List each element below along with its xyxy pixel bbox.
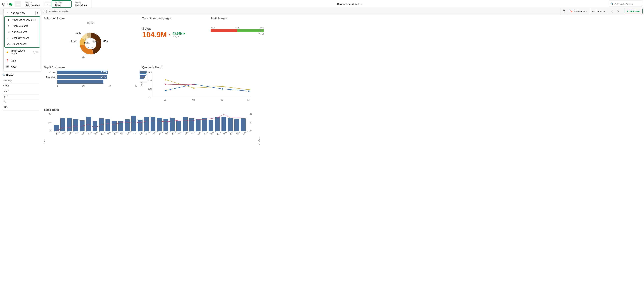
pencil-icon: ✎ xyxy=(627,10,628,13)
tab-narrate-small: Narrate xyxy=(75,2,88,4)
kpi-total-sales-margin[interactable]: Total Sales and Margin Sales 104.9M ▾ 43… xyxy=(142,17,206,62)
svg-text:12M: 12M xyxy=(148,80,152,82)
menu-touch-label: Touch screen mode xyxy=(11,49,31,55)
chevron-down-icon: ▾ xyxy=(361,3,362,5)
menu-approve-sheet[interactable]: ☑ Approve sheet xyxy=(4,29,40,35)
svg-text:36: 36 xyxy=(250,130,252,132)
chart-top5-customers[interactable]: Top 5 Customers Paracel 5.69M PageWave 5… xyxy=(44,66,137,104)
svg-rect-46 xyxy=(144,117,149,131)
bookmark-icon: 🔖 xyxy=(570,10,573,13)
tab-narrate[interactable]: Narrate Storytelling xyxy=(72,0,92,8)
chart-quarterly-trend[interactable]: Quarterly Trend 14M 12M 10M 8M xyxy=(142,66,264,104)
menu-help[interactable]: ❓ Help xyxy=(4,58,41,64)
svg-rect-38 xyxy=(92,121,97,131)
no-selections-text: No selections applied xyxy=(48,10,69,13)
menu-duplicate-sheet[interactable]: ⧉ Duplicate sheet xyxy=(4,23,40,29)
chevron-down-icon: ▾ xyxy=(586,10,588,13)
selection-tool-icon[interactable] xyxy=(43,10,46,13)
top5-bar-value: 5.63M xyxy=(101,76,106,78)
minimap-scrollbar[interactable] xyxy=(139,71,147,82)
touch-icon: ☝ xyxy=(6,51,9,54)
region-item[interactable]: UK xyxy=(2,99,38,104)
svg-rect-48 xyxy=(157,118,162,131)
menu-embed-sheet[interactable]: </> Embed sheet xyxy=(4,41,40,47)
touch-mode-toggle[interactable] xyxy=(33,51,38,53)
insight-advisor-input[interactable] xyxy=(615,3,643,5)
kpi-label: Sales xyxy=(142,27,206,31)
new-tab-icon: ⧉ xyxy=(37,12,38,14)
chart-sales-per-region[interactable]: Sales per Region Region 45.5% 26.9% 11.3… xyxy=(44,17,137,62)
sales-trend-ylabel-right: Margin (%) xyxy=(258,137,260,145)
chart-sales-trend[interactable]: Sales Trend 5M2.5M0 464136 2012…2012…201… xyxy=(44,108,264,142)
search-icon: 🔍 xyxy=(2,74,5,76)
svg-text:Q1: Q1 xyxy=(164,99,166,101)
app-title-dropdown[interactable]: Beginner's tutorial ▾ xyxy=(92,0,607,8)
logo-q-icon: ◉ xyxy=(9,2,12,6)
region-item[interactable]: Germany xyxy=(2,78,38,83)
region-filter-title: 🔍 Region xyxy=(2,74,38,76)
assets-panel-button[interactable] xyxy=(561,8,568,15)
svg-rect-55 xyxy=(202,118,207,131)
gauge-profit-margin[interactable]: Profit Margin -50.0% 0.0% 50.0% 41.3% xyxy=(210,17,264,62)
menu-unpublish-sheet[interactable]: ⇤ Unpublish sheet xyxy=(4,35,40,41)
kpi-sub-value: 43.25M xyxy=(172,32,182,35)
svg-text:Q2: Q2 xyxy=(192,99,195,101)
sales-trend-ylabel-left: Sales xyxy=(44,139,46,144)
axis-tick: 2M xyxy=(82,85,84,87)
menu-app-overview[interactable]: ⌂ App overview xyxy=(4,10,27,16)
kpi-value: 104.9M xyxy=(142,31,167,39)
duplicate-icon: ⧉ xyxy=(7,24,10,27)
donut-pct-usa: 45.5% xyxy=(92,41,98,43)
svg-rect-51 xyxy=(176,121,181,131)
donut-pct-nordic: 9.9% xyxy=(85,38,89,41)
top-navbar: Qlik ◉ ⋯ Prepare Data manager ▾ Analyze … xyxy=(0,0,644,8)
logo-text: Qlik xyxy=(2,2,8,6)
svg-text:5M: 5M xyxy=(49,113,51,115)
global-menu-button[interactable]: ⋯ xyxy=(14,1,21,7)
svg-point-20 xyxy=(193,84,194,85)
region-item[interactable]: Japan xyxy=(2,83,38,88)
prev-sheet-button[interactable]: ❮ xyxy=(610,10,614,13)
insight-advisor-search[interactable]: 🔍 xyxy=(609,1,642,7)
svg-point-18 xyxy=(248,89,250,90)
top5-bar-value: 5.69M xyxy=(101,71,107,73)
menu-download-pdf[interactable]: ⬇ Download sheet as PDF xyxy=(4,17,40,23)
sheets-label: Sheets xyxy=(596,10,602,13)
tab-prepare[interactable]: Prepare Data manager xyxy=(22,1,43,7)
ellipsis-icon: ⋯ xyxy=(16,2,19,6)
edit-sheet-button[interactable]: ✎ Edit sheet xyxy=(624,9,643,14)
prepare-dropdown[interactable]: ▾ xyxy=(45,2,50,6)
home-icon: ⌂ xyxy=(6,11,9,14)
svg-rect-58 xyxy=(222,117,226,131)
sheets-button[interactable]: ▭ Sheets ▾ xyxy=(590,8,607,15)
svg-point-15 xyxy=(165,79,166,80)
donut-label-usa: USA xyxy=(103,40,108,43)
workflow-tabs: Prepare Data manager ▾ Analyze Sheet Nar… xyxy=(22,0,92,8)
sheets-icon: ▭ xyxy=(592,10,594,13)
svg-point-14 xyxy=(248,90,250,92)
svg-rect-39 xyxy=(99,118,104,131)
search-icon: 🔍 xyxy=(610,2,614,5)
menu-touch-mode[interactable]: ☝ Touch screen mode xyxy=(4,48,41,56)
tab-analyze[interactable]: Analyze Sheet xyxy=(52,0,72,8)
gauge-bar xyxy=(210,29,264,32)
svg-text:8M: 8M xyxy=(148,96,150,98)
svg-text:41: 41 xyxy=(250,121,252,123)
gauge-marker xyxy=(261,29,261,32)
svg-text:Q3: Q3 xyxy=(220,99,223,101)
region-item[interactable]: USA xyxy=(2,104,38,110)
menu-download-pdf-label: Download sheet as PDF xyxy=(12,19,37,21)
quarterly-ylabel: Sales xyxy=(140,81,142,86)
menu-about[interactable]: ⓘ About xyxy=(4,64,41,70)
bookmarks-button[interactable]: 🔖 Bookmarks ▾ xyxy=(568,8,590,15)
region-item[interactable]: Spain xyxy=(2,94,38,99)
global-dropdown-menu: ⌂ App overview ⧉ ⬇ Download sheet as PDF… xyxy=(3,9,41,71)
next-sheet-button[interactable]: ❯ xyxy=(616,10,620,13)
open-new-tab-button[interactable]: ⧉ xyxy=(35,11,39,15)
svg-text:14M: 14M xyxy=(148,71,152,73)
svg-rect-44 xyxy=(131,116,136,131)
svg-rect-45 xyxy=(138,120,142,131)
region-item[interactable]: Nordic xyxy=(2,88,38,94)
region-filter-title-text: Region xyxy=(6,74,14,76)
axis-tick: 0 xyxy=(57,85,58,87)
